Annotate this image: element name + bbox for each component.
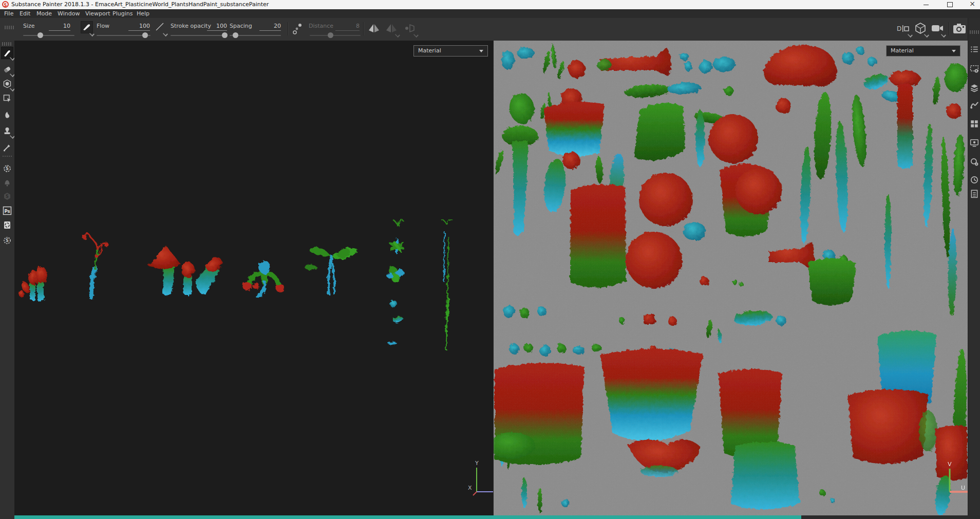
properties-brush-icon[interactable]: [970, 100, 979, 109]
toolbar-divider: [949, 22, 950, 35]
instance-mirror-chevron-icon: [413, 32, 419, 38]
shader-settings-icon[interactable]: [970, 157, 979, 166]
menu-file[interactable]: File: [4, 10, 13, 18]
stroke-profile-button[interactable]: [154, 21, 165, 32]
3d-view-chevron-icon[interactable]: [924, 32, 929, 38]
svg-text:S: S: [6, 166, 9, 171]
viewport-2d-uv[interactable]: V U Material: [493, 41, 968, 515]
close-button[interactable]: ×: [965, 0, 980, 9]
menu-window[interactable]: Window: [58, 10, 80, 18]
plant-creature: [242, 261, 285, 296]
distance-label: Distance: [309, 23, 333, 29]
flow-slider[interactable]: [97, 35, 150, 36]
svg-text:S: S: [6, 194, 9, 199]
tool-photoshop-export[interactable]: Ps: [1, 205, 13, 217]
menu-mode[interactable]: Mode: [36, 10, 52, 18]
stroke-opacity-label: Stroke opacity: [171, 23, 211, 29]
tool-substance-source[interactable]: S: [1, 162, 13, 175]
spacing-slider[interactable]: [230, 35, 281, 36]
stroke-profile-chevron-icon[interactable]: [163, 31, 168, 36]
substance-source-icon: S: [3, 164, 12, 173]
flow-slider-thumb[interactable]: [142, 32, 148, 38]
stroke-opacity-slider-thumb[interactable]: [222, 32, 228, 38]
screenshot-camera-icon[interactable]: [953, 22, 966, 34]
material-mode-dropdown-uv[interactable]: Material: [886, 45, 960, 57]
menu-plugins[interactable]: Plugins: [112, 10, 133, 18]
toolbar-grip[interactable]: [5, 26, 14, 29]
tool-renderer[interactable]: [1, 219, 13, 231]
log-icon[interactable]: [970, 189, 979, 198]
plant-grass: [441, 219, 453, 350]
tool-polygon-fill[interactable]: [1, 92, 13, 104]
window-title: Substance Painter 2018.1.3 - EmaceArt_Pl…: [11, 1, 269, 8]
history-icon[interactable]: [970, 175, 979, 184]
texture-set-list-icon[interactable]: [970, 45, 979, 54]
axis-gizmo-3d: Y Z X: [468, 460, 493, 496]
dropdown-chevron-icon: [952, 50, 956, 52]
tool-settings[interactable]: S: [1, 234, 13, 247]
tool-column-grip[interactable]: [2, 42, 12, 46]
polygon-fill-icon: [3, 94, 12, 103]
render-mode-icon: [3, 220, 12, 230]
bell-icon: [3, 178, 12, 187]
stroke-opacity-slider[interactable]: [171, 35, 227, 36]
material-mode-label: Material: [891, 47, 914, 54]
menu-edit[interactable]: Edit: [20, 10, 30, 18]
flow-value-field[interactable]: 100: [128, 23, 150, 31]
viewport-3d[interactable]: Y Z X Material: [14, 41, 493, 515]
eyedropper-icon: [3, 143, 12, 152]
spacing-value-field[interactable]: 20: [259, 23, 281, 31]
svg-text:X: X: [468, 485, 472, 491]
substance-share-icon: S: [3, 192, 12, 201]
panel-strip: [968, 18, 980, 519]
symmetry-icon[interactable]: [368, 23, 380, 33]
material-mode-dropdown-3d[interactable]: Material: [413, 45, 488, 57]
plant-sprout: [305, 247, 358, 295]
svg-text:Y: Y: [475, 460, 479, 467]
size-slider-thumb[interactable]: [37, 32, 43, 38]
plant-mushroom-cluster: [19, 267, 47, 302]
tool-column: S S Ps S: [0, 41, 14, 519]
settings-gear-icon: S: [3, 236, 12, 245]
tool-smudge[interactable]: [1, 108, 13, 121]
minimize-icon: [924, 5, 929, 5]
3d-view-cube-icon[interactable]: [914, 22, 927, 34]
menu-viewport[interactable]: Viewport: [85, 10, 110, 18]
maximize-icon: [947, 2, 953, 7]
shelf-grid-icon[interactable]: [970, 119, 979, 128]
lazy-mouse-icon[interactable]: [292, 22, 304, 35]
instance-mirror-icon: [404, 23, 416, 33]
split-view-icon[interactable]: D: [897, 23, 910, 33]
texture-set-settings-icon[interactable]: [970, 64, 979, 73]
svg-text:V: V: [948, 461, 952, 468]
stroke-opacity-value-field[interactable]: 100: [207, 23, 227, 31]
brush-tip-icon: [81, 22, 91, 32]
plant-small-bits: [387, 220, 405, 345]
app-logo-icon: S: [2, 1, 9, 8]
split-view-chevron-icon[interactable]: [908, 32, 913, 38]
menu-bar: File Edit Mode Window Viewport Plugins H…: [0, 9, 980, 18]
distance-slider-thumb: [328, 32, 333, 38]
size-value-field[interactable]: 10: [49, 23, 70, 31]
status-strip-corner: [0, 515, 14, 519]
svg-text:S: S: [6, 238, 9, 243]
spacing-slider-thumb[interactable]: [233, 32, 238, 38]
brush-toolbar: Size 10 Flow 100 Stroke opacity 100 Spac…: [0, 18, 980, 41]
menu-help[interactable]: Help: [137, 10, 149, 18]
layers-icon[interactable]: [970, 83, 979, 92]
size-slider[interactable]: [23, 35, 74, 36]
3d-scene: Y Z X: [14, 41, 493, 515]
material-mode-label: Material: [418, 47, 441, 54]
brush-preset-chevron-icon[interactable]: [89, 31, 95, 36]
plant-branch: [82, 234, 109, 298]
panel-strip-grip[interactable]: [970, 30, 979, 34]
mirror-symmetry-icon: [385, 23, 398, 33]
toolbar-divider: [288, 22, 289, 35]
camera-view-chevron-icon[interactable]: [941, 32, 946, 38]
tool-material-picker[interactable]: [1, 141, 13, 154]
maximize-button[interactable]: [942, 0, 957, 9]
display-settings-icon[interactable]: [970, 138, 979, 147]
title-bar: S Substance Painter 2018.1.3 - EmaceArt_…: [0, 0, 980, 10]
dropdown-chevron-icon: [479, 50, 483, 52]
minimize-button[interactable]: [918, 0, 934, 9]
